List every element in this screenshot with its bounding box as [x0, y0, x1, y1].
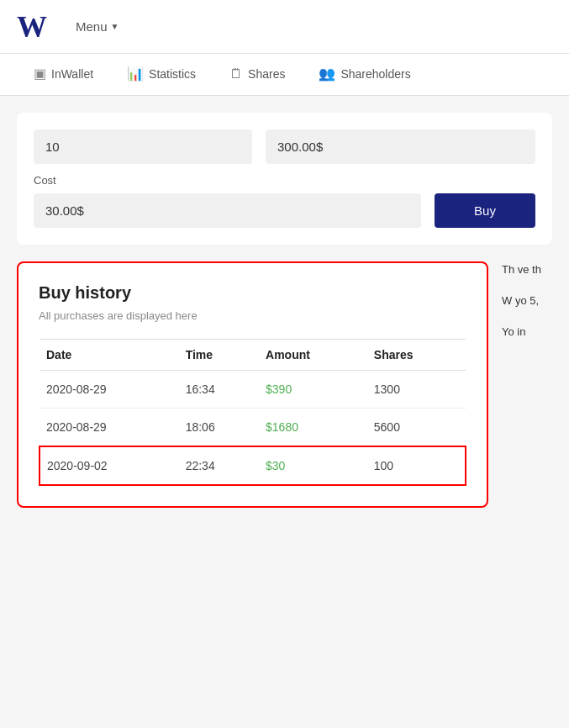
row1-amount: $390	[259, 371, 367, 409]
buy-button[interactable]: Buy	[435, 193, 535, 228]
sidebar-text-3: Yo in	[502, 324, 552, 341]
purchase-form: Cost Buy	[17, 113, 552, 245]
row2-shares: 5600	[367, 409, 466, 447]
sidebar-info: Th ve th W yo 5, Yo in	[502, 261, 552, 354]
tab-inwallet[interactable]: ▣ InWallet	[17, 54, 110, 96]
row3-amount: $30	[259, 446, 367, 485]
header: W Menu ▼	[0, 0, 569, 54]
buy-history-subtitle: All purchases are displayed here	[39, 309, 466, 322]
table-row: 2020-08-29 18:06 $1680 5600	[40, 409, 466, 447]
main-layout: Buy history All purchases are displayed …	[17, 261, 552, 508]
buy-history-title: Buy history	[39, 283, 466, 303]
chevron-down-icon: ▼	[111, 22, 119, 31]
tab-inwallet-label: InWallet	[51, 67, 93, 81]
menu-button[interactable]: Menu ▼	[67, 14, 127, 39]
col-amount: Amount	[259, 340, 367, 371]
row1-date: 2020-08-29	[40, 371, 179, 409]
tab-statistics[interactable]: 📊 Statistics	[110, 54, 213, 96]
row2-amount: $1680	[259, 409, 367, 447]
sidebar-text-2: W yo 5,	[502, 293, 552, 310]
inwallet-icon: ▣	[34, 66, 46, 82]
row2-time: 18:06	[179, 409, 259, 447]
row3-shares: 100	[367, 446, 466, 485]
col-time: Time	[179, 340, 259, 371]
tab-shareholders[interactable]: 👥 Shareholders	[302, 54, 427, 96]
menu-label: Menu	[76, 19, 108, 34]
shares-icon: 🗒	[229, 66, 243, 82]
row1-time: 16:34	[179, 371, 259, 409]
table-row-highlighted: 2020-09-02 22:34 $30 100	[40, 446, 466, 485]
form-row-top	[34, 129, 535, 164]
col-date: Date	[40, 340, 179, 371]
tab-shares[interactable]: 🗒 Shares	[213, 54, 302, 96]
sidebar-text-1: Th ve th	[502, 261, 552, 279]
statistics-icon: 📊	[127, 66, 144, 82]
row3-date: 2020-09-02	[40, 446, 179, 485]
quantity-input[interactable]	[34, 129, 252, 164]
table-header-row: Date Time Amount Shares	[40, 340, 466, 371]
table-row: 2020-08-29 16:34 $390 1300	[40, 371, 466, 409]
row3-time: 22:34	[179, 446, 259, 485]
row2-date: 2020-08-29	[40, 409, 179, 447]
buy-history-card: Buy history All purchases are displayed …	[17, 261, 488, 508]
tab-statistics-label: Statistics	[149, 67, 196, 81]
tab-shareholders-label: Shareholders	[340, 67, 410, 81]
col-shares: Shares	[367, 340, 466, 371]
shareholders-icon: 👥	[319, 66, 335, 82]
cost-input[interactable]	[34, 193, 421, 228]
content-area: Cost Buy Buy history All purchases are d…	[0, 96, 569, 728]
row1-shares: 1300	[367, 371, 466, 409]
form-row-bottom: Cost Buy	[34, 174, 535, 228]
history-table: Date Time Amount Shares 2020-08-29 16:34…	[39, 339, 466, 486]
logo: W	[17, 9, 47, 45]
price-input[interactable]	[266, 129, 535, 164]
tab-nav: ▣ InWallet 📊 Statistics 🗒 Shares 👥 Share…	[0, 54, 569, 96]
tab-shares-label: Shares	[248, 67, 285, 81]
cost-label: Cost	[34, 174, 421, 187]
